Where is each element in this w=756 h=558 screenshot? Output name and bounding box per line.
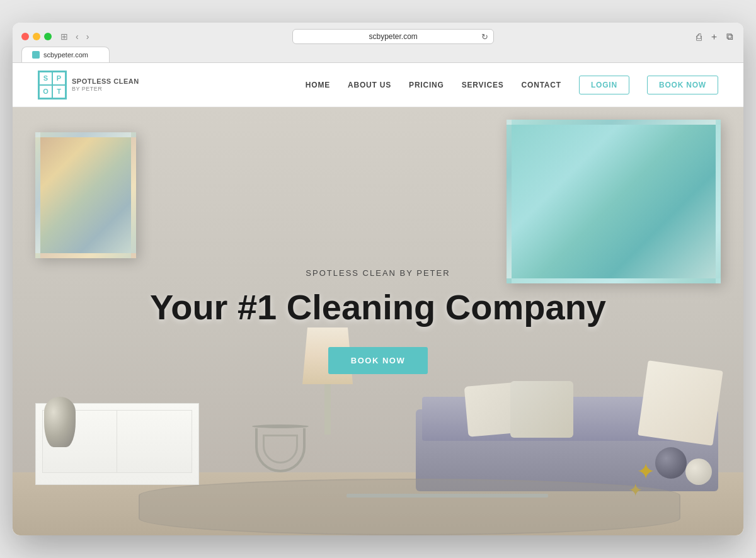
tab-row: scbypeter.com xyxy=(21,47,735,62)
hero-subtitle: SPOTLESS CLEAN BY PETER xyxy=(150,268,606,278)
sphere-light xyxy=(685,458,712,485)
side-table-inner xyxy=(263,435,298,464)
rug xyxy=(139,479,680,535)
url-text: scbypeter.com xyxy=(369,32,417,41)
hero-book-now-button[interactable]: BOOK NOW xyxy=(328,347,428,374)
fullscreen-button[interactable] xyxy=(44,33,52,40)
logo-text: SPOTLESS CLEAN BY PETER xyxy=(72,77,139,93)
nav-pricing[interactable]: PRICING xyxy=(409,81,444,89)
back-button[interactable]: ‹ xyxy=(73,30,81,43)
browser-controls: ⊞ ‹ › xyxy=(58,30,91,43)
nav-home[interactable]: HOME xyxy=(306,81,330,89)
refresh-button[interactable]: ↻ xyxy=(481,32,488,42)
hero-title: Your #1 Cleaning Company xyxy=(150,288,606,327)
site-nav: HOME ABOUT US PRICING SERVICES CONTACT L… xyxy=(306,76,718,94)
painting-right xyxy=(507,120,721,283)
logo-box: S P O T xyxy=(38,71,67,100)
vase-body xyxy=(44,397,76,447)
sphere-dark xyxy=(655,447,687,479)
pillow-2 xyxy=(510,381,573,438)
traffic-lights xyxy=(21,33,52,40)
logo-area: S P O T SPOTLESS CLEAN BY PETER xyxy=(38,71,139,100)
logo-company-name: SPOTLESS CLEAN xyxy=(72,77,139,86)
share-button[interactable]: ⎙ xyxy=(695,30,703,43)
painting-left xyxy=(35,132,136,258)
side-table xyxy=(252,424,309,472)
tab-favicon xyxy=(32,51,40,59)
forward-button[interactable]: › xyxy=(84,30,92,43)
vase-left xyxy=(44,397,76,447)
active-tab[interactable]: scbypeter.com xyxy=(21,47,110,62)
tab-label: scbypeter.com xyxy=(43,51,88,59)
browser-actions: ⎙ ＋ ⧉ xyxy=(695,30,735,44)
browser-window: ⊞ ‹ › scbypeter.com ↻ ⎙ ＋ ⧉ scb xyxy=(13,23,743,535)
login-button[interactable]: LOGIN xyxy=(579,76,629,94)
logo-cell-t: T xyxy=(52,85,66,98)
book-now-nav-button[interactable]: BOOK NOW xyxy=(647,76,718,94)
blanket xyxy=(638,360,723,446)
nav-contact[interactable]: CONTACT xyxy=(522,81,561,89)
nav-services[interactable]: SERVICES xyxy=(462,81,504,89)
new-tab-button[interactable]: ＋ xyxy=(708,30,720,44)
lamp-base xyxy=(324,384,331,435)
side-table-legs xyxy=(255,428,306,472)
logo-sub-tagline: BY PETER xyxy=(72,86,102,92)
browser-chrome: ⊞ ‹ › scbypeter.com ↻ ⎙ ＋ ⧉ scb xyxy=(13,23,743,63)
hero-section: ✦ ✦ SPOTLESS CLEAN BY PETER Your #1 Clea… xyxy=(13,107,743,535)
website: S P O T SPOTLESS CLEAN BY PETER HOME ABO… xyxy=(13,63,743,535)
site-header: S P O T SPOTLESS CLEAN BY PETER HOME ABO… xyxy=(13,63,743,107)
cabinet-door-right xyxy=(117,410,192,473)
grid-view-button[interactable]: ⊞ xyxy=(58,30,71,43)
minimize-button[interactable] xyxy=(33,33,40,40)
address-bar[interactable]: scbypeter.com ↻ xyxy=(292,29,494,44)
hero-content: SPOTLESS CLEAN BY PETER Your #1 Cleaning… xyxy=(137,268,619,374)
logo-cell-p: P xyxy=(52,72,66,85)
logo-cell-o: O xyxy=(39,85,52,98)
nav-about[interactable]: ABOUT US xyxy=(348,81,391,89)
logo-cell-s: S xyxy=(39,72,52,85)
close-button[interactable] xyxy=(21,33,29,40)
sidebar-toggle-button[interactable]: ⧉ xyxy=(725,30,735,43)
